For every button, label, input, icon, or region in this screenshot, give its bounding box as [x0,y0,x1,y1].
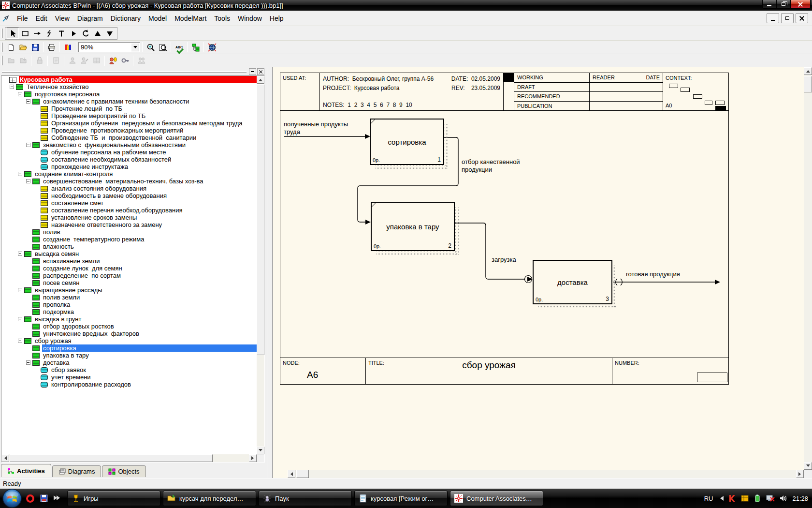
menu-edit[interactable]: Edit [32,13,51,24]
taskbar-button[interactable]: Computer Associates… [450,491,543,506]
tree-item[interactable]: высадка семян [1,250,257,257]
tree-item[interactable]: учет времени [1,374,257,381]
tree-item[interactable]: составление необходимых обязанностей [1,156,257,163]
scrollbar-thumb[interactable] [296,470,309,478]
key-button[interactable] [119,55,131,66]
tree-item[interactable]: подготовка персонала [1,90,257,98]
tree-item[interactable]: ознакомление с правилами техники безопас… [1,98,257,105]
tree-item[interactable]: необходимость в замене оборудования [1,192,257,199]
tree-item[interactable]: высадка в грунт [1,315,257,323]
toolbar-grip[interactable] [1,29,3,38]
menu-file[interactable]: File [13,13,32,24]
tree-item[interactable]: выращивание рассады [1,286,257,294]
tree-item[interactable]: сбор заявок [1,366,257,374]
tree-item[interactable]: Тепличное хозяйство [1,83,257,90]
scroll-left-button[interactable] [288,470,295,478]
tree-item[interactable]: обучение персонала на рабочем месте [1,149,257,156]
windows-update-tray-icon[interactable] [741,494,749,502]
chevron-more-icon[interactable] [54,495,59,501]
scroll-right-button[interactable] [796,470,804,478]
tree-expander-icon[interactable] [10,85,14,89]
tree-item[interactable]: создание климат-контроля [1,170,257,178]
tree-item[interactable]: анализ состояния оборудования [1,185,257,192]
tree-item[interactable]: сбор урожая [1,337,257,344]
tree-item[interactable]: Соблюдение ТБ и производственной санитар… [1,134,257,141]
zoom-fit-button[interactable] [157,42,169,53]
tree-item[interactable]: составление смет [1,199,257,207]
user-manager-button[interactable] [107,55,119,66]
clock[interactable]: 21:28 [792,495,808,502]
explorer-pane-header[interactable] [1,68,265,75]
print-button[interactable] [45,42,58,53]
tree-item[interactable]: полив земли [1,294,257,301]
scroll-right-button[interactable] [249,454,257,462]
tree-expander-icon[interactable] [18,288,22,292]
scroll-up-button[interactable] [257,76,264,84]
tree-horizontal-scrollbar[interactable] [1,454,257,462]
save-button[interactable] [29,42,41,53]
tree-item[interactable]: прополка [1,301,257,308]
tree-item[interactable]: контролирование расходов [1,381,257,388]
menu-model[interactable]: Model [145,13,171,24]
zoom-dropdown-button[interactable] [131,43,139,51]
save-quicklaunch-icon[interactable] [40,494,48,502]
tree-expander-icon[interactable] [18,172,22,176]
tray-expand-icon[interactable] [718,496,724,501]
network-disconnected-tray-icon[interactable] [766,494,775,502]
battery-tray-icon[interactable] [754,494,761,502]
tree-item[interactable]: создание температурного режима [1,236,257,243]
pane-close-button[interactable] [257,68,264,75]
tree-item[interactable]: знакомство с функциональными обязанностя… [1,141,257,149]
model-tree[interactable]: Курсовая работаТепличное хозяйствоподгот… [1,76,257,454]
arrow-label-otbor[interactable]: отбор качественной продукции [462,158,534,174]
mdi-restore-button[interactable] [781,13,794,23]
go-to-child-button[interactable] [103,28,116,39]
menu-modelmart[interactable]: ModelMart [171,13,210,24]
taskbar-button[interactable]: курсовая [Режим ог… [354,491,448,506]
tree-expander-icon[interactable] [18,339,22,343]
tree-item[interactable]: сортировка [1,344,257,352]
new-button[interactable] [5,42,17,53]
taskbar-button[interactable]: курсач для передел… [163,491,256,506]
scrollbar-thumb[interactable] [257,84,264,355]
open-button[interactable] [17,42,29,53]
diagram-canvas[interactable]: USED AT: AUTHOR: Бескровный Олег, группа… [273,67,804,470]
pane-minimize-button[interactable] [249,68,256,75]
web-publish-button[interactable] [206,42,218,53]
scroll-down-button[interactable] [257,447,264,454]
activity-box-tool-button[interactable] [19,28,31,39]
start-button[interactable] [2,488,22,508]
tree-expander-icon[interactable] [18,92,22,96]
pointer-tool-button[interactable] [7,28,19,39]
tree-item[interactable]: влажность [1,243,257,250]
tree-item[interactable]: Проведение мероприятий по ТБ [1,112,257,120]
diagram-dictionary-tool-button[interactable] [67,28,79,39]
squiggle-tool-button[interactable] [43,28,55,39]
pane-drag-handle[interactable] [2,71,246,73]
zoom-combobox[interactable]: 90% [78,42,140,52]
tree-item[interactable]: Прочтение леций по ТБ [1,105,257,112]
scroll-up-button[interactable] [804,67,812,75]
restore-button[interactable] [776,0,790,9]
tree-item[interactable]: полив [1,228,257,236]
minimize-button[interactable] [762,0,776,9]
tree-item[interactable]: прохождение инструктажа [1,163,257,170]
menu-diagram[interactable]: Diagram [73,13,107,24]
tree-item[interactable]: посев семян [1,279,257,286]
tree-item[interactable]: Проведение противопожарных мероприятий [1,127,257,134]
tree-item[interactable]: составление перечня необход.оборудования [1,207,257,214]
menu-tools[interactable]: Tools [210,13,234,24]
diagram-horizontal-scrollbar[interactable] [288,470,804,478]
activity-box-sortirovka[interactable]: сортировка 0р. 1 [370,119,444,165]
diagram-vertical-scrollbar[interactable] [804,67,812,470]
tab-activities[interactable]: Activities [1,464,51,477]
toolbar-grip[interactable] [1,56,3,65]
arrow-label-zagruzka[interactable]: загрузка [492,256,516,264]
scrollbar-thumb[interactable] [10,454,213,462]
menu-help[interactable]: Help [266,13,288,24]
scrollbar-thumb[interactable] [804,76,812,92]
taskbar-button[interactable]: Паук [259,491,352,506]
tree-item[interactable]: доставка [1,359,257,366]
menu-view[interactable]: View [51,13,73,24]
tree-item[interactable]: вспахивание земли [1,257,257,265]
